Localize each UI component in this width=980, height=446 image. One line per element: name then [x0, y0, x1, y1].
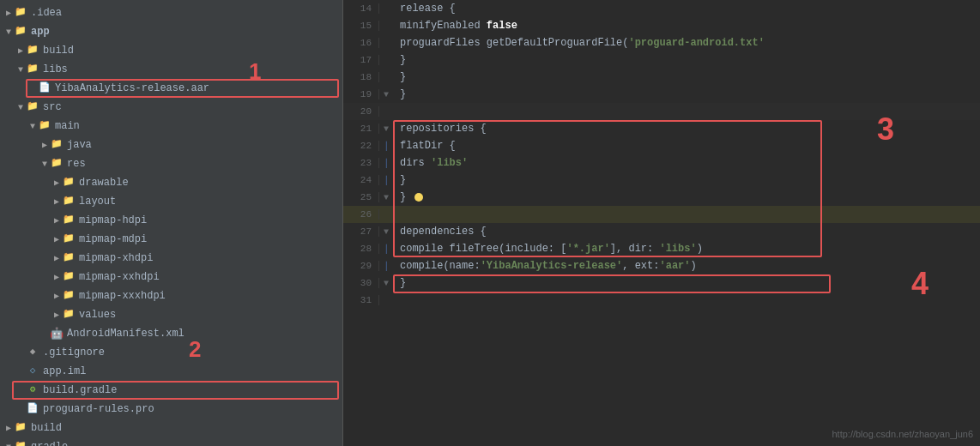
iml-icon: ◇: [26, 365, 39, 378]
tree-item-mipmap-xxxhdpi[interactable]: 📁 mipmap-xxxhdpi: [0, 286, 342, 305]
folder-icon-main: 📁: [38, 119, 51, 133]
tree-label-main: main: [55, 120, 80, 132]
code-keyword: false: [487, 20, 517, 32]
fold-22: │: [379, 142, 393, 151]
code-line-19: 19 ▼ }: [343, 86, 980, 103]
fold-23: │: [379, 159, 393, 168]
tree-label-aar: YibaAnalytics-release.aar: [55, 82, 209, 94]
folder-icon-build: 📁: [26, 44, 39, 57]
folder-icon-build2: 📁: [14, 421, 27, 435]
code-text: dirs: [400, 157, 431, 169]
tree-item-mipmap-xhdpi[interactable]: 📁 mipmap-xhdpi: [0, 249, 342, 268]
code-text: }: [400, 174, 406, 186]
fold-25[interactable]: ▼: [379, 193, 393, 202]
code-lines-container: 14 release { 15 minifyEnabled false 16 p…: [343, 0, 980, 309]
code-string2: 'aar': [659, 260, 690, 272]
code-text2: ], dir:: [610, 243, 660, 255]
tree-item-app[interactable]: 📁 app: [0, 22, 342, 41]
tree-item-gradle-dir[interactable]: 📁 gradle: [0, 437, 342, 446]
tree-item-layout[interactable]: 📁 layout: [0, 192, 342, 211]
tree-item-src[interactable]: 📁 src: [0, 98, 342, 117]
tree-item-mipmap-hdpi[interactable]: 📁 mipmap-hdpi: [0, 211, 342, 230]
tree-item-proguard[interactable]: 📄 proguard-rules.pro: [0, 400, 342, 419]
tree-arrow-mipmap-mdpi: [51, 234, 62, 244]
fold-27[interactable]: ▼: [379, 227, 393, 237]
line-number-31: 31: [343, 295, 379, 305]
tree-item-mipmap-xxhdpi[interactable]: 📁 mipmap-xxhdpi: [0, 268, 342, 286]
tree-arrow-drawable: [51, 178, 62, 188]
code-text: }: [400, 191, 406, 203]
code-text: repositories {: [400, 123, 487, 135]
tree-arrow-mipmap-hdpi: [51, 215, 62, 226]
line-content-29: compile(name:'YibaAnalytics-release', ex…: [393, 260, 697, 272]
tree-item-build2[interactable]: 📁 build: [0, 419, 342, 437]
fold-30[interactable]: ▼: [379, 279, 393, 288]
tree-item-idea[interactable]: 📁 .idea: [0, 3, 342, 22]
tree-label-idea: .idea: [31, 7, 62, 19]
tree-label-buildgradle: build.gradle: [43, 384, 117, 396]
folder-icon-res: 📁: [50, 157, 64, 171]
code-text: }: [400, 88, 406, 100]
tree-arrow-mipmap-xxhdpi: [51, 272, 62, 282]
tree-item-mipmap-mdpi[interactable]: 📁 mipmap-mdpi: [0, 230, 342, 249]
tree-label-drawable: drawable: [79, 177, 129, 189]
tree-arrow-java: [39, 140, 50, 150]
tree-arrow-app: [3, 27, 14, 37]
tree-item-buildgradle[interactable]: ⚙ build.gradle: [0, 381, 342, 400]
code-line-22: 22 │ flatDir {: [343, 137, 980, 154]
code-line-18: 18 }: [343, 69, 980, 86]
code-text: }: [400, 71, 406, 83]
line-content-24: }: [393, 174, 406, 186]
tree-label-manifest: AndroidManifest.xml: [67, 328, 185, 340]
code-text3: ): [697, 243, 703, 255]
code-text: proguardFiles getDefaultProguardFile(: [400, 37, 628, 49]
tree-item-manifest[interactable]: 🤖 AndroidManifest.xml: [0, 324, 342, 343]
line-number-22: 22: [343, 141, 379, 151]
folder-icon-drawable: 📁: [62, 176, 76, 190]
tree-arrow-libs: [15, 65, 26, 75]
tree-label-values: values: [79, 309, 116, 321]
tree-item-aar[interactable]: 📄 YibaAnalytics-release.aar: [0, 79, 342, 98]
code-line-20: 20: [343, 103, 980, 120]
tree-label-gradle-dir: gradle: [31, 441, 68, 446]
tree-label-mipmap-xxhdpi: mipmap-xxhdpi: [79, 271, 160, 283]
folder-icon-src: 📁: [26, 100, 39, 114]
code-editor: 14 release { 15 minifyEnabled false 16 p…: [343, 0, 980, 446]
line-number-15: 15: [343, 21, 379, 31]
fold-21[interactable]: ▼: [379, 124, 393, 134]
tree-item-java[interactable]: 📁 java: [0, 136, 342, 154]
fold-19[interactable]: ▼: [379, 90, 393, 99]
tree-item-main[interactable]: 📁 main: [0, 117, 342, 136]
tree-arrow-build: [15, 45, 26, 56]
code-string2: 'libs': [659, 243, 696, 255]
line-content-25: }: [393, 191, 423, 203]
code-text: minifyEnabled: [400, 20, 487, 32]
code-line-30: 30 ▼ }: [343, 274, 980, 292]
tree-item-gitignore[interactable]: ◆ .gitignore: [0, 343, 342, 362]
code-line-14: 14 release {: [343, 0, 980, 17]
tree-item-values[interactable]: 📁 values: [0, 305, 342, 324]
code-string: 'YibaAnalytics-release': [481, 260, 623, 272]
code-line-28: 28 │ compile fileTree(include: ['*.jar']…: [343, 240, 980, 257]
code-text2: , ext:: [622, 260, 659, 272]
tree-label-mipmap-mdpi: mipmap-mdpi: [79, 233, 147, 245]
tree-item-res[interactable]: 📁 res: [0, 154, 342, 173]
line-number-27: 27: [343, 226, 379, 237]
code-line-16: 16 proguardFiles getDefaultProguardFile(…: [343, 34, 980, 51]
watermark-text: http://blog.csdn.net/zhaoyan_jun6: [832, 429, 973, 439]
line-number-16: 16: [343, 38, 379, 48]
code-line-31: 31: [343, 292, 980, 309]
folder-icon-mipmap-hdpi: 📁: [62, 214, 76, 227]
aar-icon: 📄: [38, 81, 51, 95]
tree-item-drawable[interactable]: 📁 drawable: [0, 173, 342, 192]
tree-item-build[interactable]: 📁 build: [0, 41, 342, 60]
tree-label-build: build: [43, 45, 74, 57]
code-string: 'libs': [431, 157, 468, 169]
tree-label-mipmap-xhdpi: mipmap-xhdpi: [79, 252, 153, 264]
tree-item-appiml[interactable]: ◇ app.iml: [0, 362, 342, 381]
code-text: flatDir {: [400, 140, 456, 152]
tree-arrow-gradle-dir: [3, 443, 14, 447]
tree-arrow-idea: [3, 8, 14, 18]
tree-item-libs[interactable]: 📁 libs: [0, 60, 342, 79]
code-line-23: 23 │ dirs 'libs': [343, 154, 980, 172]
